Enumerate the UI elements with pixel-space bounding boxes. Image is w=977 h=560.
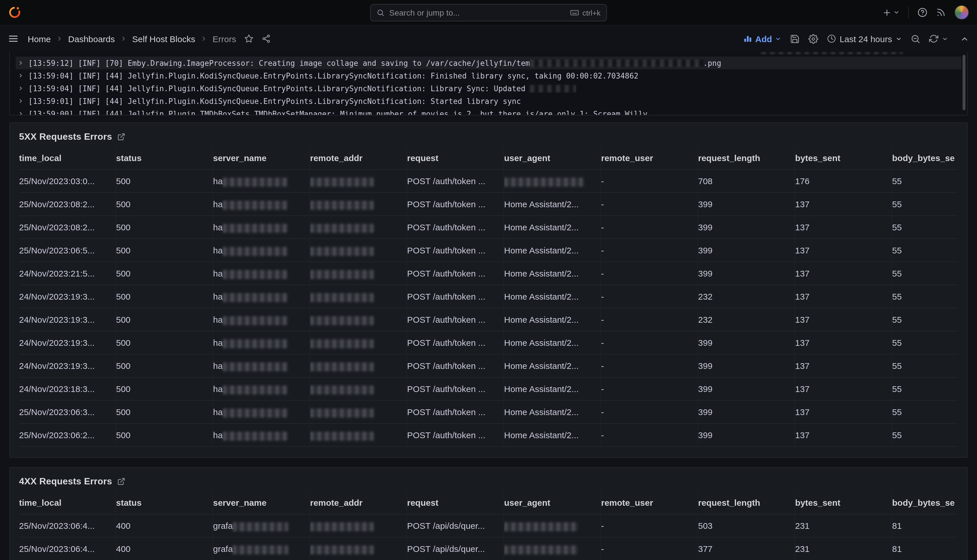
column-header[interactable]: status <box>116 147 213 169</box>
redacted-text <box>310 522 373 531</box>
table-cell: 500 <box>116 424 213 446</box>
table-cell: 55 <box>892 239 958 262</box>
column-header[interactable]: remote_addr <box>310 147 407 169</box>
expand-log-icon[interactable] <box>18 111 24 115</box>
help-button[interactable] <box>917 8 927 17</box>
table-cell: 25/Nov/2023:06:5... <box>19 239 116 262</box>
table-cell: - <box>601 239 698 262</box>
panel-title: 4XX Requests Errors <box>19 476 112 487</box>
table-cell: 55 <box>892 401 958 423</box>
table-cell: 25/Nov/2023:06:3... <box>19 401 116 423</box>
log-line[interactable]: [13:59:12] [INF] [70] Emby.Drawing.Image… <box>16 57 961 69</box>
table-cell: POST /auth/token ... <box>407 378 504 400</box>
log-message: [13:59:04] [INF] [44] Jellyfin.Plugin.Ko… <box>28 71 639 80</box>
table-cell: - <box>601 514 698 537</box>
divider <box>908 7 909 18</box>
column-header[interactable]: user_agent <box>504 147 601 169</box>
grafana-logo[interactable] <box>8 6 22 19</box>
hamburger-menu-button[interactable] <box>8 33 18 44</box>
time-range-picker[interactable]: Last 24 hours <box>827 34 902 43</box>
table-cell: grafa <box>213 514 310 537</box>
grafana-app: Search or jump to... ctrl+k <box>0 0 977 560</box>
refresh-interval-dropdown[interactable] <box>942 35 948 42</box>
table-cell: 55 <box>892 332 958 354</box>
column-header[interactable]: server_name <box>213 147 310 169</box>
breadcrumb-home[interactable]: Home <box>28 34 51 43</box>
column-header[interactable]: body_bytes_se <box>892 147 958 169</box>
column-header[interactable]: remote_user <box>601 492 698 514</box>
table-cell: 500 <box>116 308 213 331</box>
redacted-text <box>223 270 287 278</box>
external-link-icon[interactable] <box>117 477 125 485</box>
column-header[interactable]: time_local <box>19 147 116 169</box>
panel-header[interactable]: 5XX Requests Errors <box>19 130 958 144</box>
column-header[interactable]: bytes_sent <box>795 492 892 514</box>
column-header[interactable]: request_length <box>698 492 795 514</box>
search-shortcut: ctrl+k <box>570 8 600 17</box>
column-header[interactable]: status <box>116 492 213 514</box>
log-line[interactable]: [13:59:01] [INF] [44] Jellyfin.Plugin.Ko… <box>16 95 961 107</box>
table-cell: POST /auth/token ... <box>407 170 504 192</box>
table-cell: ha <box>213 378 310 400</box>
table-cell: 399 <box>698 193 795 215</box>
log-line[interactable]: [13:59:04] [INF] [44] Jellyfin.Plugin.Ko… <box>16 69 961 82</box>
table-cell: - <box>601 193 698 215</box>
expand-log-icon[interactable] <box>18 52 24 53</box>
share-button[interactable] <box>262 34 271 43</box>
column-header[interactable]: request <box>407 492 504 514</box>
column-header[interactable]: time_local <box>19 492 116 514</box>
expand-log-icon[interactable] <box>18 85 24 91</box>
table-cell: POST /auth/token ... <box>407 355 504 377</box>
new-menu-button[interactable] <box>882 8 900 17</box>
refresh-button[interactable] <box>929 34 938 43</box>
column-header[interactable]: user_agent <box>504 492 601 514</box>
table-cell: 137 <box>795 216 892 238</box>
table-cell: - <box>601 401 698 423</box>
table-row: 24/Nov/2023:19:3...500haPOST /auth/token… <box>19 285 958 308</box>
expand-log-icon[interactable] <box>18 73 24 78</box>
dashboard-actions <box>244 34 271 43</box>
table-cell <box>310 193 407 215</box>
table-cell: 25/Nov/2023:06:4... <box>19 537 116 560</box>
user-avatar[interactable] <box>954 5 969 20</box>
breadcrumb-self-host-blocks[interactable]: Self Host Blocks <box>132 34 195 43</box>
log-line[interactable] <box>16 52 961 57</box>
news-button[interactable] <box>936 8 946 17</box>
save-dashboard-button[interactable] <box>790 34 800 43</box>
column-header[interactable]: bytes_sent <box>795 147 892 169</box>
collapse-controls-button[interactable] <box>960 34 969 43</box>
table-cell: ha <box>213 262 310 285</box>
dashboard-settings-button[interactable] <box>809 34 818 43</box>
log-line[interactable]: [13:59:04] [INF] [44] Jellyfin.Plugin.Ko… <box>16 82 961 95</box>
column-header[interactable]: server_name <box>213 492 310 514</box>
table-cell: 55 <box>892 216 958 238</box>
top-nav: Search or jump to... ctrl+k <box>0 0 977 25</box>
table-header-row: time_localstatusserver_nameremote_addrre… <box>19 492 958 514</box>
table-cell: 137 <box>795 401 892 423</box>
table-cell: 232 <box>698 285 795 308</box>
table-cell: 137 <box>795 193 892 215</box>
logs-scrollbar[interactable] <box>962 55 965 110</box>
table-cell: ha <box>213 332 310 354</box>
column-header[interactable]: request_length <box>698 147 795 169</box>
table-cell: 25/Nov/2023:08:2... <box>19 216 116 238</box>
column-header[interactable]: body_bytes_se <box>892 492 958 514</box>
column-header[interactable]: remote_user <box>601 147 698 169</box>
breadcrumb-dashboards[interactable]: Dashboards <box>68 34 115 43</box>
redacted-text <box>762 52 903 54</box>
table-cell: 708 <box>698 170 795 192</box>
favorite-star-button[interactable] <box>244 34 253 43</box>
log-line[interactable]: [13:59:00] [INF] [44] Jellyfin.Plugin.TM… <box>16 107 961 115</box>
external-link-icon[interactable] <box>117 133 125 141</box>
search-input[interactable]: Search or jump to... ctrl+k <box>370 4 607 22</box>
column-header[interactable]: remote_addr <box>310 492 407 514</box>
panel-header[interactable]: 4XX Requests Errors <box>19 475 958 488</box>
add-button[interactable]: Add <box>743 34 781 43</box>
table-cell: 25/Nov/2023:06:2... <box>19 424 116 446</box>
table-cell: 137 <box>795 332 892 354</box>
zoom-out-button[interactable] <box>910 34 920 43</box>
table-cell <box>504 537 601 560</box>
column-header[interactable]: request <box>407 147 504 169</box>
expand-log-icon[interactable] <box>18 98 24 104</box>
expand-log-icon[interactable] <box>18 60 24 66</box>
